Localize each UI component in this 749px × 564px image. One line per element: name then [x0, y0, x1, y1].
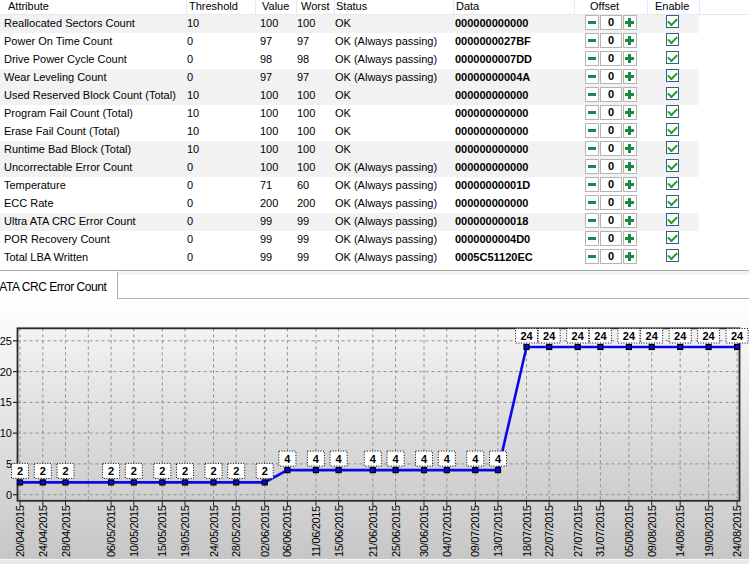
- svg-text:18/07/2015: 18/07/2015: [521, 505, 533, 557]
- svg-text:15/06/2015: 15/06/2015: [333, 505, 345, 557]
- svg-text:2: 2: [108, 465, 114, 477]
- svg-text:24: 24: [646, 330, 659, 342]
- svg-text:2: 2: [62, 465, 68, 477]
- svg-text:2: 2: [210, 465, 216, 477]
- svg-text:4: 4: [370, 453, 377, 465]
- svg-text:2: 2: [159, 465, 165, 477]
- svg-text:04/07/2015: 04/07/2015: [441, 505, 453, 557]
- svg-text:24: 24: [572, 330, 585, 342]
- svg-text:4: 4: [472, 453, 479, 465]
- svg-text:06/05/2015: 06/05/2015: [105, 505, 117, 557]
- svg-text:28/04/2015: 28/04/2015: [60, 505, 72, 557]
- svg-text:4: 4: [421, 453, 428, 465]
- svg-text:2: 2: [262, 465, 268, 477]
- svg-text:24/08/2015: 24/08/2015: [731, 505, 743, 557]
- svg-text:05/08/2015: 05/08/2015: [623, 505, 635, 557]
- svg-text:20: 20: [0, 366, 12, 378]
- svg-text:24: 24: [623, 330, 636, 342]
- svg-text:20/04/2015: 20/04/2015: [14, 505, 26, 557]
- svg-text:19/05/2015: 19/05/2015: [179, 505, 191, 557]
- svg-text:2: 2: [233, 465, 239, 477]
- svg-text:21/06/2015: 21/06/2015: [367, 505, 379, 557]
- svg-text:15: 15: [0, 396, 12, 408]
- svg-text:02/06/2015: 02/06/2015: [259, 505, 271, 557]
- svg-text:4: 4: [444, 453, 451, 465]
- svg-text:31/07/2015: 31/07/2015: [594, 505, 606, 557]
- svg-text:09/07/2015: 09/07/2015: [469, 505, 481, 557]
- svg-text:4: 4: [284, 453, 291, 465]
- svg-text:24: 24: [674, 330, 687, 342]
- svg-text:0: 0: [6, 489, 12, 501]
- svg-text:24: 24: [543, 330, 556, 342]
- svg-text:14/08/2015: 14/08/2015: [674, 505, 686, 557]
- svg-text:25: 25: [0, 335, 12, 347]
- svg-text:19/08/2015: 19/08/2015: [703, 505, 715, 557]
- svg-text:13/07/2015: 13/07/2015: [492, 505, 504, 557]
- svg-text:25/06/2015: 25/06/2015: [390, 505, 402, 557]
- svg-text:28/05/2015: 28/05/2015: [230, 505, 242, 557]
- svg-text:24: 24: [702, 330, 715, 342]
- svg-text:2: 2: [17, 465, 23, 477]
- svg-text:4: 4: [313, 453, 320, 465]
- svg-text:4: 4: [393, 453, 400, 465]
- svg-text:10/05/2015: 10/05/2015: [128, 505, 140, 557]
- svg-text:5: 5: [6, 458, 12, 470]
- svg-text:27/07/2015: 27/07/2015: [572, 505, 584, 557]
- svg-text:24/04/2015: 24/04/2015: [37, 505, 49, 557]
- svg-text:4: 4: [495, 453, 502, 465]
- svg-text:09/08/2015: 09/08/2015: [646, 505, 658, 557]
- svg-text:4: 4: [336, 453, 343, 465]
- svg-text:2: 2: [182, 465, 188, 477]
- svg-text:30/06/2015: 30/06/2015: [418, 505, 430, 557]
- svg-text:06/06/2015: 06/06/2015: [281, 505, 293, 557]
- svg-text:11/06/2015: 11/06/2015: [310, 506, 322, 557]
- svg-text:24/05/2015: 24/05/2015: [208, 505, 220, 557]
- svg-text:15/05/2015: 15/05/2015: [156, 505, 168, 557]
- svg-text:2: 2: [131, 465, 137, 477]
- svg-text:24: 24: [520, 330, 533, 342]
- svg-text:24: 24: [731, 330, 744, 342]
- svg-text:10: 10: [0, 427, 12, 439]
- svg-text:2: 2: [40, 465, 46, 477]
- svg-text:24: 24: [594, 330, 607, 342]
- svg-text:22/07/2015: 22/07/2015: [543, 505, 555, 557]
